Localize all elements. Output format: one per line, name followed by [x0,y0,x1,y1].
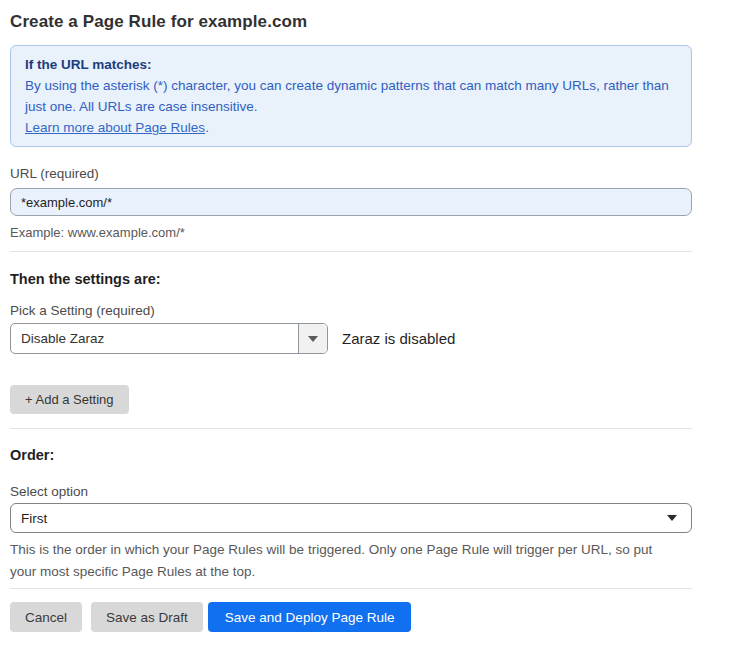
divider [10,251,692,252]
page-rule-form: Create a Page Rule for example.com If th… [10,12,692,632]
divider [10,428,692,429]
setting-dropdown-arrow-button[interactable] [298,324,327,353]
settings-section-heading: Then the settings are: [10,271,692,287]
info-box-body: By using the asterisk (*) character, you… [25,75,677,117]
action-button-row: Cancel Save as Draft Save and Deploy Pag… [10,602,692,632]
setting-dropdown-value: Disable Zaraz [11,324,298,353]
link-suffix: . [205,120,209,135]
order-help-text: This is the order in which your Page Rul… [10,539,682,582]
learn-more-link[interactable]: Learn more about Page Rules [25,120,205,135]
order-section-heading: Order: [10,447,692,463]
cancel-button[interactable]: Cancel [10,602,82,632]
setting-row: Disable Zaraz Zaraz is disabled [10,323,692,354]
url-match-info-box: If the URL matches: By using the asteris… [10,45,692,147]
info-box-link-line: Learn more about Page Rules. [25,117,677,138]
chevron-down-icon [667,515,677,521]
order-dropdown[interactable]: First [10,503,692,533]
pick-setting-label: Pick a Setting (required) [10,303,692,318]
order-select-label: Select option [10,484,692,499]
setting-dropdown[interactable]: Disable Zaraz [10,323,328,354]
url-example-text: Example: www.example.com/* [10,225,692,240]
url-field-label: URL (required) [10,166,692,181]
save-and-deploy-button[interactable]: Save and Deploy Page Rule [208,602,412,632]
url-input[interactable] [10,188,692,216]
add-setting-button[interactable]: + Add a Setting [10,385,129,414]
save-as-draft-button[interactable]: Save as Draft [91,602,203,632]
divider [10,588,692,589]
info-box-heading: If the URL matches: [25,54,677,75]
page-title: Create a Page Rule for example.com [10,12,692,32]
chevron-down-icon [308,336,318,342]
order-dropdown-value: First [21,511,47,526]
setting-status-text: Zaraz is disabled [342,330,455,347]
